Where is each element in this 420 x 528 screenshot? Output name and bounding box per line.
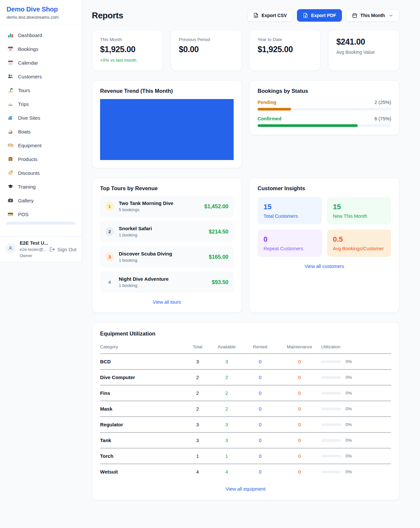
cell-maintenance: 0	[278, 385, 321, 401]
period-dropdown[interactable]: This Month	[346, 9, 399, 22]
cell-available: 2	[211, 385, 243, 401]
user-email: e2e-tester@...	[20, 247, 47, 252]
sidebar-item-customers[interactable]: Customers	[4, 70, 78, 83]
cell-maintenance: 0	[278, 448, 321, 464]
insight-label: Avg Bookings/Customer	[333, 246, 386, 251]
revenue-trend-chart	[100, 99, 234, 160]
insight-value: 15	[333, 203, 386, 211]
sidebar-item-label: Equipment	[18, 143, 42, 148]
file-down-icon	[303, 13, 308, 18]
stats-row: This Month$1,925.00+0% vs last monthPrev…	[92, 30, 399, 71]
sidebar-item-equipment[interactable]: Equipment	[4, 138, 78, 152]
sidebar-item-label: Tours	[18, 88, 30, 93]
equipment-utilization-title: Equipment Utilization	[100, 331, 391, 337]
view-all-customers-link[interactable]: View all customers	[258, 264, 391, 269]
sidebar-item-label: Customers	[18, 74, 42, 79]
sidebar-item-tours[interactable]: Tours	[4, 83, 78, 97]
cell-utilization: 0%	[321, 417, 391, 433]
stat-label: Previous Period	[179, 37, 234, 42]
utilization-percent: 0%	[346, 422, 352, 427]
top-tours-card: Top Tours by Revenue 1Two Tank Morning D…	[92, 178, 242, 313]
sidebar-item-boats[interactable]: Boats	[4, 125, 78, 138]
tour-info: Night Dive Adventure1 booking	[119, 276, 169, 288]
sidebar-item-label: Dive Sites	[18, 115, 40, 121]
status-bar-track	[258, 124, 391, 127]
utilization-bar	[321, 360, 341, 363]
utilization-bar	[321, 376, 341, 379]
tour-revenue: $93.50	[212, 279, 228, 285]
stat-value: $0.00	[179, 45, 234, 54]
status-row: Confirmed6 (75%)	[258, 116, 391, 127]
sidebar-item-reports-active[interactable]	[6, 222, 76, 225]
pos-icon	[7, 211, 14, 217]
sidebar-item-trips[interactable]: Trips	[4, 97, 78, 111]
stat-card: Previous Period$0.00	[171, 30, 242, 71]
customer-insights-title: Customer Insights	[258, 185, 391, 192]
cell-available: 4	[211, 464, 243, 480]
tour-rank-badge: 2	[105, 227, 114, 236]
utilization-bar	[321, 423, 341, 426]
column-header: Maintenance	[278, 341, 321, 354]
export-pdf-label: Export PDF	[311, 13, 336, 18]
stat-label: Avg Booking Value	[336, 50, 391, 55]
calendar-icon	[352, 13, 357, 18]
status-label: Confirmed	[258, 116, 282, 121]
tour-name: Discover Scuba Diving	[119, 251, 172, 256]
sidebar-item-label: Boats	[18, 129, 31, 134]
stat-card: This Month$1,925.00+0% vs last month	[92, 30, 163, 71]
sidebar-item-bookings[interactable]: 17Bookings	[4, 42, 78, 56]
user-name: E2E Test U...	[20, 240, 76, 246]
shop-domain: demo.test.divestreams.com	[7, 15, 75, 20]
sidebar-item-dashboard[interactable]: Dashboard	[4, 28, 78, 42]
sidebar-item-training[interactable]: Training	[4, 180, 78, 193]
tour-rank-badge: 3	[105, 253, 114, 261]
sidebar-item-pos[interactable]: POS	[4, 207, 78, 221]
sidebar-item-discounts[interactable]: Discounts	[4, 166, 78, 180]
stat-label: This Month	[100, 37, 155, 42]
cell-utilization: 0%	[321, 464, 391, 480]
insight-label: New This Month	[333, 213, 386, 219]
table-row: BCD33000%	[100, 354, 391, 370]
insight-value: 0	[263, 235, 316, 244]
tour-bookings: 1 booking	[119, 233, 152, 237]
sidebar-item-label: Dashboard	[18, 32, 42, 38]
export-csv-button[interactable]: Export CSV	[247, 9, 293, 22]
bookings-by-status-card: Bookings by Status Pending2 (25%)Confirm…	[249, 80, 399, 135]
cell-available: 2	[211, 370, 243, 385]
column-header: Available	[211, 341, 243, 354]
period-label: This Month	[360, 13, 385, 18]
cell-category: Wetsuit	[100, 464, 184, 480]
insight-tile: 0Repeat Customers	[258, 230, 322, 257]
utilization-percent: 0%	[346, 359, 352, 364]
cell-category: Mask	[100, 401, 184, 417]
revenue-trend-card: Revenue Trend (This Month)	[92, 80, 242, 168]
export-pdf-button[interactable]: Export PDF	[297, 9, 342, 22]
column-header: Total	[184, 341, 211, 354]
sidebar-item-dive-sites[interactable]: Dive Sites	[4, 111, 78, 125]
sign-out-button[interactable]: Sign Out	[50, 247, 76, 252]
dive-sites-icon	[7, 114, 14, 121]
user-avatar-icon	[8, 245, 13, 251]
equipment-utilization-card: Equipment Utilization CategoryTotalAvail…	[92, 322, 399, 500]
cell-available: 3	[211, 433, 243, 448]
tours-icon	[7, 87, 14, 93]
view-all-equipment-link[interactable]: View all equipment	[100, 486, 391, 492]
status-bar-fill	[258, 124, 358, 127]
sidebar-item-calendar[interactable]: Calendar	[4, 56, 78, 70]
cell-category: Fins	[100, 385, 184, 401]
utilization-percent: 0%	[346, 375, 352, 380]
view-all-tours-link[interactable]: View all tours	[100, 299, 234, 305]
cell-total: 3	[184, 354, 211, 370]
shop-name[interactable]: Demo Dive Shop	[7, 6, 75, 13]
customer-insights-card: Customer Insights 15Total Customers15New…	[249, 178, 399, 313]
calendar-icon	[7, 59, 14, 66]
equipment-table: CategoryTotalAvailableRentedMaintenanceU…	[100, 341, 391, 479]
customers-icon	[7, 73, 14, 80]
tour-revenue: $165.00	[209, 254, 228, 260]
column-header: Category	[100, 341, 184, 354]
main-content: Reports Export CSV Export PDF This Month…	[82, 0, 420, 514]
sidebar-item-gallery[interactable]: Gallery	[4, 193, 78, 207]
cell-rented: 0	[243, 385, 278, 401]
sidebar-item-products[interactable]: Products	[4, 152, 78, 166]
insight-tile: 15Total Customers	[258, 197, 322, 224]
